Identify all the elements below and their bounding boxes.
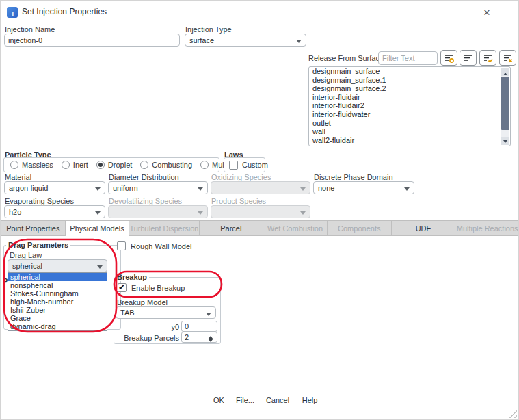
show-all-button[interactable] bbox=[460, 50, 477, 66]
radio-icon[interactable] bbox=[140, 161, 148, 169]
select-all-button[interactable] bbox=[479, 50, 496, 66]
custom-laws-checkbox[interactable] bbox=[229, 161, 238, 170]
release-surfaces-listbox[interactable]: designmain_surface designmain_surface.1 … bbox=[308, 66, 511, 146]
dropdown-label: Diameter Distribution bbox=[109, 173, 179, 181]
species-row: Evaporating Species h2o Devolatilizing S… bbox=[1, 197, 519, 220]
tab[interactable]: Turbulent Dispersion bbox=[129, 220, 199, 236]
tab[interactable]: Wet Combustion bbox=[263, 220, 328, 236]
tab[interactable]: Components bbox=[328, 220, 392, 236]
particle-type-radio[interactable]: Massless bbox=[10, 161, 53, 169]
list-check-icon bbox=[483, 53, 494, 64]
injection-type-value: surface bbox=[189, 36, 214, 44]
tab-label: Point Properties bbox=[6, 224, 59, 233]
close-icon[interactable]: ✕ bbox=[481, 6, 493, 18]
injection-type-label: Injection Type bbox=[185, 25, 232, 34]
dropdown-value: h2o bbox=[9, 208, 21, 216]
dropdown[interactable] bbox=[211, 181, 310, 194]
surface-list-item[interactable]: wall bbox=[309, 127, 510, 136]
radio-icon[interactable] bbox=[62, 161, 70, 169]
drag-law-option[interactable]: spherical bbox=[8, 273, 107, 281]
spinner-down-icon[interactable] bbox=[208, 339, 213, 345]
dropdown[interactable]: h2o bbox=[4, 205, 105, 218]
enable-breakup-checkbox[interactable] bbox=[118, 283, 127, 292]
breakup-model-label: Breakup Model bbox=[117, 298, 168, 306]
scroll-up-icon[interactable] bbox=[501, 68, 509, 76]
filter-options-button[interactable] bbox=[440, 50, 457, 66]
particle-type-radio[interactable]: Inert bbox=[62, 161, 88, 169]
dropdown[interactable]: uniform bbox=[108, 181, 208, 194]
radio-icon[interactable] bbox=[200, 161, 209, 169]
material-row: Material argon-liquid Diameter Distribut… bbox=[1, 173, 519, 196]
y0-input[interactable] bbox=[181, 321, 217, 332]
breakup-title: Breakup bbox=[115, 273, 149, 281]
injection-name-input[interactable] bbox=[4, 34, 180, 47]
surface-filter-input[interactable] bbox=[378, 51, 438, 65]
dropdown-label: Devolatilizing Species bbox=[109, 197, 182, 205]
tab[interactable]: Multiple Reactions bbox=[455, 220, 519, 236]
drag-law-option[interactable]: dynamic-drag bbox=[8, 322, 107, 330]
drag-law-option[interactable]: Grace bbox=[8, 314, 107, 322]
tab[interactable]: UDF bbox=[392, 220, 456, 236]
rough-wall-label: Rough Wall Model bbox=[131, 242, 191, 250]
dropdown-label: Oxidizing Species bbox=[211, 173, 271, 181]
surface-list-item[interactable]: interior-fluidair2 bbox=[309, 101, 510, 110]
drag-law-dropdown[interactable]: spherical bbox=[8, 259, 107, 272]
particle-type-radio[interactable]: Droplet bbox=[96, 161, 132, 169]
drag-law-value: spherical bbox=[12, 262, 42, 270]
surface-list-item[interactable]: interior-fluidwater bbox=[309, 110, 510, 119]
drag-law-option[interactable]: Stokes-Cunningham bbox=[8, 289, 107, 298]
surface-list-item[interactable]: designmain_surface bbox=[309, 67, 510, 76]
cancel-button[interactable]: Cancel bbox=[261, 393, 294, 408]
rough-wall-checkbox[interactable] bbox=[117, 241, 126, 250]
particle-type-radio[interactable]: Combusting bbox=[140, 161, 192, 169]
surface-list-item[interactable]: wall2-fluidair bbox=[309, 136, 510, 145]
surface-list-item[interactable]: designmain_surface.1 bbox=[309, 76, 510, 85]
drag-law-option[interactable]: nonspherical bbox=[8, 281, 107, 289]
breakup-parcels-spinner[interactable] bbox=[208, 333, 215, 341]
drag-law-options-popup: spherical nonspherical Stokes-Cunningham… bbox=[8, 272, 107, 331]
drag-law-option[interactable]: Ishii-Zuber bbox=[8, 306, 107, 314]
surface-list-item[interactable]: interior-fluidair bbox=[309, 93, 510, 102]
tab[interactable]: Point Properties bbox=[1, 220, 66, 236]
release-from-surfaces-label: Release From Surfaces bbox=[308, 54, 388, 62]
tab-bar: Point Properties Physical Models Turbule… bbox=[1, 220, 519, 236]
tab[interactable]: Parcel bbox=[200, 220, 264, 236]
tab[interactable]: Physical Models bbox=[66, 220, 130, 236]
list-filter-icon bbox=[444, 53, 455, 64]
radio-icon[interactable] bbox=[10, 161, 18, 169]
dropdown[interactable] bbox=[211, 205, 310, 218]
titlebar: F Set Injection Properties ✕ bbox=[1, 1, 518, 23]
dropdown[interactable] bbox=[108, 205, 208, 218]
dropdown-label: Material bbox=[5, 173, 31, 181]
help-button[interactable]: Help bbox=[297, 393, 322, 408]
fluent-app-icon: F bbox=[7, 7, 18, 18]
tab-label: Physical Models bbox=[70, 224, 124, 233]
drag-law-option[interactable]: high-Mach-number bbox=[8, 298, 107, 306]
list-x-icon bbox=[503, 53, 514, 64]
list-lines-icon bbox=[463, 53, 474, 64]
radio-icon[interactable] bbox=[96, 161, 105, 169]
surface-list-item[interactable]: designmain_surface.2 bbox=[309, 84, 510, 93]
injection-type-dropdown[interactable]: surface bbox=[185, 34, 306, 47]
radio-label: Combusting bbox=[152, 161, 192, 169]
list-scrollbar[interactable] bbox=[501, 68, 509, 145]
breakup-parcels-label: Breakup Parcels bbox=[103, 334, 179, 342]
dropdown[interactable]: none bbox=[313, 181, 414, 194]
dropdown-value: none bbox=[318, 184, 334, 192]
tab-label: Turbulent Dispersion bbox=[129, 224, 198, 233]
particle-type-group: Massless Inert Droplet Combusting Multic… bbox=[3, 157, 219, 172]
scrollbar-thumb[interactable] bbox=[501, 77, 509, 130]
breakup-model-dropdown[interactable]: TAB bbox=[116, 306, 216, 319]
resize-grip[interactable] bbox=[509, 410, 517, 418]
ok-button[interactable]: OK bbox=[209, 393, 229, 408]
scroll-down-icon[interactable] bbox=[501, 137, 509, 145]
deselect-all-button[interactable] bbox=[499, 50, 516, 66]
laws-group: Custom bbox=[224, 157, 265, 172]
enable-breakup-label: Enable Breakup bbox=[131, 284, 185, 292]
dropdown[interactable]: argon-liquid bbox=[4, 181, 105, 194]
tab-label: Wet Combustion bbox=[267, 224, 323, 233]
dropdown-label: Product Species bbox=[211, 197, 266, 205]
surface-list-item[interactable]: outlet bbox=[309, 119, 510, 128]
tab-label: Multiple Reactions bbox=[457, 224, 518, 233]
file-button[interactable]: File... bbox=[232, 393, 258, 408]
